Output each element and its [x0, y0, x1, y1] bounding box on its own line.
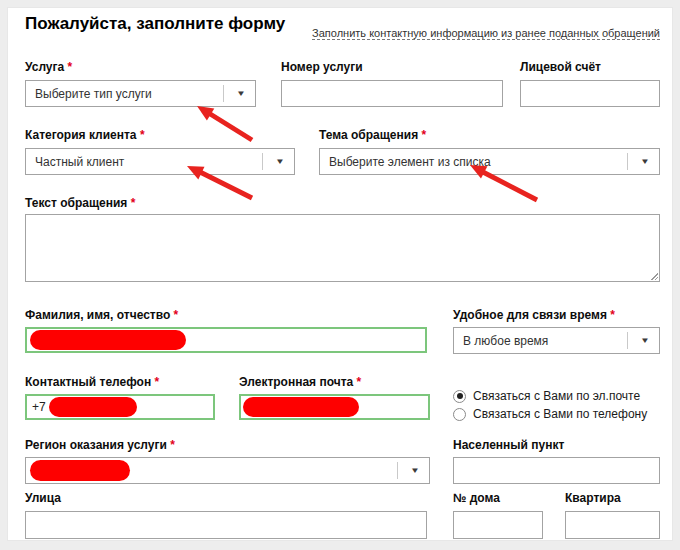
street-label: Улица	[25, 491, 61, 505]
form-page: Пожалуйста, заполните форму Заполнить ко…	[0, 0, 680, 550]
phone-label: Контактный телефон *	[25, 375, 159, 389]
required-asterisk: *	[170, 438, 175, 452]
service-number-label: Номер услуги	[281, 60, 363, 74]
dropdown-arrow-icon: ▼	[640, 336, 650, 345]
required-asterisk: *	[357, 375, 362, 389]
dropdown-arrow-icon: ▼	[236, 89, 246, 98]
dropdown-arrow-icon: ▼	[640, 157, 650, 166]
street-input[interactable]	[25, 511, 427, 539]
radio-selected-icon	[453, 390, 466, 403]
message-text-textarea[interactable]	[25, 214, 660, 282]
select-divider	[627, 332, 628, 349]
required-asterisk: *	[610, 308, 615, 322]
contact-time-label: Удобное для связи время *	[453, 308, 615, 322]
full-name-input[interactable]	[25, 327, 427, 353]
phone-prefix: +7	[32, 400, 46, 414]
radio-unselected-icon	[453, 408, 466, 421]
redacted-value	[30, 460, 130, 481]
email-label: Электронная почта *	[239, 375, 361, 389]
topic-select-value: Выберите элемент из списка	[329, 155, 491, 169]
contact-by-phone-radio[interactable]: Связаться с Вами по телефону	[453, 407, 647, 421]
topic-select[interactable]: Выберите элемент из списка ▼	[319, 148, 660, 175]
select-divider	[262, 153, 263, 170]
required-asterisk: *	[155, 375, 160, 389]
service-label: Услуга *	[25, 60, 72, 74]
message-text-label: Текст обращения *	[25, 196, 135, 210]
select-divider	[397, 462, 398, 479]
required-asterisk: *	[68, 60, 73, 74]
required-asterisk: *	[174, 308, 179, 322]
page-title: Пожалуйста, заполните форму	[25, 14, 285, 34]
dropdown-arrow-icon: ▼	[410, 466, 420, 475]
contact-by-email-radio[interactable]: Связаться с Вами по эл.почте	[453, 389, 640, 403]
redacted-value	[30, 330, 186, 350]
house-number-input[interactable]	[453, 511, 543, 539]
contact-time-select-value: В любое время	[463, 334, 548, 348]
contact-time-select[interactable]: В любое время ▼	[453, 327, 660, 354]
prefill-from-previous-link[interactable]: Заполнить контактную информацию из ранее…	[312, 27, 660, 40]
client-category-select[interactable]: Частный клиент ▼	[25, 148, 295, 175]
service-number-input[interactable]	[281, 80, 503, 107]
personal-account-input[interactable]	[520, 80, 660, 107]
apartment-label: Квартира	[565, 491, 621, 505]
region-label: Регион оказания услуги *	[25, 438, 175, 452]
radio-label: Связаться с Вами по телефону	[473, 407, 647, 421]
house-number-label: № дома	[453, 491, 500, 505]
phone-input[interactable]: +7	[25, 394, 215, 420]
dropdown-arrow-icon: ▼	[275, 157, 285, 166]
client-category-label: Категория клиента *	[25, 128, 145, 142]
service-select[interactable]: Выберите тип услуги ▼	[25, 80, 256, 107]
radio-label: Связаться с Вами по эл.почте	[473, 389, 640, 403]
email-input[interactable]	[239, 394, 430, 420]
redacted-value	[49, 397, 137, 417]
full-name-label: Фамилия, имя, отчество *	[25, 308, 178, 322]
settlement-label: Населенный пункт	[453, 438, 564, 452]
redacted-value	[243, 397, 359, 417]
required-asterisk: *	[422, 128, 427, 142]
client-category-select-value: Частный клиент	[35, 155, 124, 169]
required-asterisk: *	[131, 196, 136, 210]
region-select[interactable]: ▼	[25, 457, 430, 484]
service-select-value: Выберите тип услуги	[35, 87, 152, 101]
select-divider	[223, 85, 224, 102]
apartment-input[interactable]	[565, 511, 660, 539]
required-asterisk: *	[140, 128, 145, 142]
settlement-input[interactable]	[453, 457, 660, 484]
personal-account-label: Лицевой счёт	[520, 60, 601, 74]
topic-label: Тема обращения *	[319, 128, 426, 142]
select-divider	[627, 153, 628, 170]
